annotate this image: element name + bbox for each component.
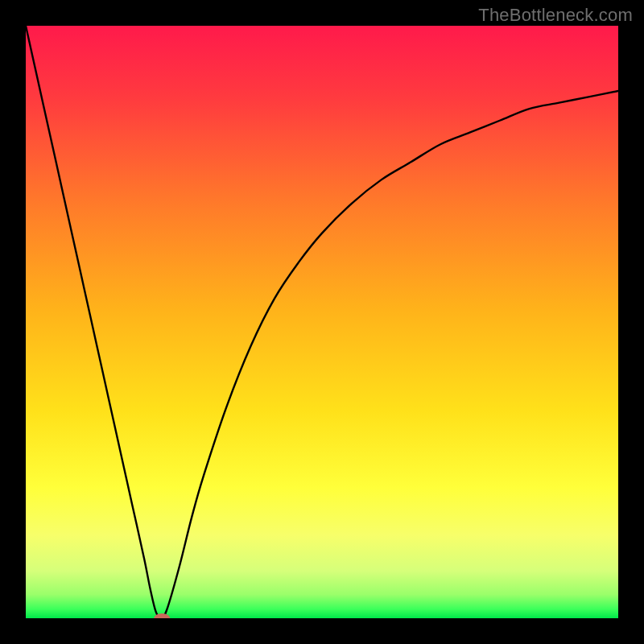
bottleneck-chart [26, 26, 618, 618]
chart-frame: TheBottleneck.com [0, 0, 644, 644]
gradient-background [26, 26, 618, 618]
plot-area [26, 26, 618, 618]
watermark-text: TheBottleneck.com [478, 5, 633, 26]
